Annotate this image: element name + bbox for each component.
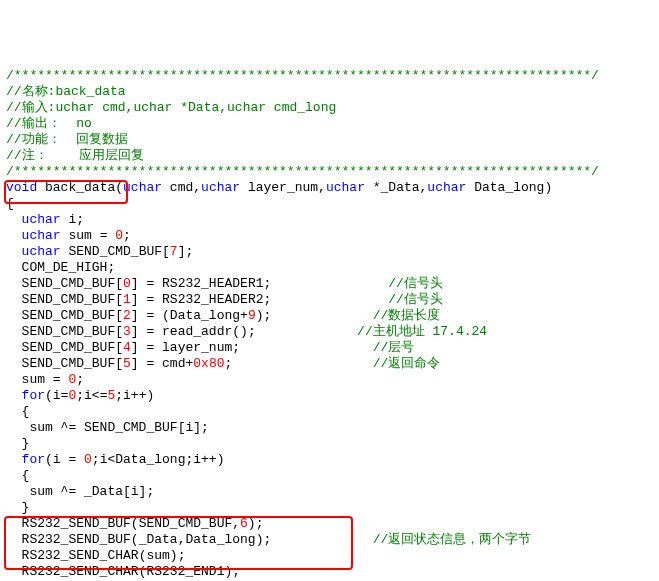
num-0a: 0	[115, 228, 123, 243]
readaddr: read_addr();	[162, 324, 256, 339]
c-layer: //层号	[373, 340, 415, 355]
sp-stat	[271, 532, 372, 547]
semi-sum: ;	[76, 372, 84, 387]
ind	[6, 308, 22, 323]
num-7: 7	[170, 244, 178, 259]
c-addr: //主机地址 17.4.24	[357, 324, 487, 339]
c-stat: //返回状态信息，两个字节	[373, 532, 532, 547]
c-ret: //返回命令	[373, 356, 441, 371]
eq5: ] =	[131, 356, 162, 371]
rs4: RS232_SEND_CHAR(RS232_END1);	[22, 564, 240, 579]
comment-input: //输入:uchar cmd,uchar *Data,uchar cmd_lon…	[6, 100, 336, 115]
rs1: RS232_SEND_BUF(SEND_CMD_BUF,	[22, 516, 240, 531]
for1c: ;i++)	[115, 388, 154, 403]
for1a: (i=	[45, 388, 68, 403]
ind2	[6, 420, 29, 435]
kw-void: void	[6, 180, 37, 195]
idx0: 0	[123, 276, 131, 291]
fn-name: back_data(	[37, 180, 123, 195]
x80: 0x80	[193, 356, 224, 371]
sumxor: sum ^= SEND_CMD_BUF[i];	[29, 420, 208, 435]
rs1e: );	[248, 516, 264, 531]
h2: RS232_HEADER2;	[162, 292, 271, 307]
sp-addr	[256, 324, 357, 339]
brace-open: {	[6, 196, 14, 211]
kw-uchar2: uchar	[201, 180, 240, 195]
scb2: SEND_CMD_BUF[	[22, 308, 123, 323]
ind	[6, 372, 22, 387]
scb0: SEND_CMD_BUF[	[22, 276, 123, 291]
layernum: layer_num;	[162, 340, 240, 355]
for2b: ;i<Data_long;i++)	[92, 452, 225, 467]
rb2: }	[22, 500, 30, 515]
kw-uchar4: uchar	[427, 180, 466, 195]
eq3: ] =	[131, 324, 162, 339]
ind	[6, 532, 22, 547]
kw-uchar1: uchar	[123, 180, 162, 195]
ind	[6, 212, 22, 227]
scb3: SEND_CMD_BUF[	[22, 324, 123, 339]
idx1: 1	[123, 292, 131, 307]
ind	[6, 292, 22, 307]
comment-output: //输出： no	[6, 116, 92, 131]
kw-for2: for	[22, 452, 45, 467]
scb1: SEND_CMD_BUF[	[22, 292, 123, 307]
idx5: 5	[123, 356, 131, 371]
lb1: {	[22, 404, 30, 419]
ind2	[6, 484, 29, 499]
comment-note: //注： 应用层回复	[6, 148, 144, 163]
rs3: RS232_SEND_CHAR(sum);	[22, 548, 186, 563]
num-6: 6	[240, 516, 248, 531]
lb2: {	[22, 468, 30, 483]
com-de-high: COM_DE_HIGH;	[22, 260, 116, 275]
ind	[6, 500, 22, 515]
cmd80: cmd+	[162, 356, 193, 371]
p4: Data_long)	[466, 180, 552, 195]
eq0: ] =	[131, 276, 162, 291]
ind	[6, 356, 22, 371]
sumxor2: sum ^= _Data[i];	[29, 484, 154, 499]
ind	[6, 340, 22, 355]
ind	[6, 404, 22, 419]
ind	[6, 436, 22, 451]
sp-ret	[232, 356, 372, 371]
ind	[6, 260, 22, 275]
sp-sig2	[271, 292, 388, 307]
rb1: }	[22, 436, 30, 451]
comment-sep1: /***************************************…	[6, 68, 599, 83]
c-sig1: //信号头	[388, 276, 443, 291]
ind	[6, 228, 22, 243]
ind	[6, 468, 22, 483]
sum0: sum =	[22, 372, 69, 387]
for2a: (i =	[45, 452, 84, 467]
ind	[6, 516, 22, 531]
ind	[6, 388, 22, 403]
eq1: ] =	[131, 292, 162, 307]
idx2: 2	[123, 308, 131, 323]
rs2: RS232_SEND_BUF(_Data,Data_long);	[22, 532, 272, 547]
idx4: 4	[123, 340, 131, 355]
idx3: 3	[123, 324, 131, 339]
c-len: //数据长度	[373, 308, 441, 323]
sp-len	[271, 308, 372, 323]
eq4: ] =	[131, 340, 162, 355]
semi1: ;	[123, 228, 131, 243]
comment-func: //功能： 回复数据	[6, 132, 128, 147]
comment-name: //名称:back_data	[6, 84, 126, 99]
ind	[6, 548, 22, 563]
dle: );	[256, 308, 272, 323]
sp-sig1	[271, 276, 388, 291]
scb4: SEND_CMD_BUF[	[22, 340, 123, 355]
kw-uchar-i: uchar	[22, 212, 61, 227]
decl-buf: SEND_CMD_BUF[	[61, 244, 170, 259]
kw-uchar3: uchar	[326, 180, 365, 195]
sp-layer	[240, 340, 373, 355]
kw-for1: for	[22, 388, 45, 403]
ind	[6, 276, 22, 291]
p1: cmd,	[162, 180, 201, 195]
p3: *_Data,	[365, 180, 427, 195]
rbr: ];	[178, 244, 194, 259]
dl: (Data_long+	[162, 308, 248, 323]
num-9: 9	[248, 308, 256, 323]
eq2: ] =	[131, 308, 162, 323]
